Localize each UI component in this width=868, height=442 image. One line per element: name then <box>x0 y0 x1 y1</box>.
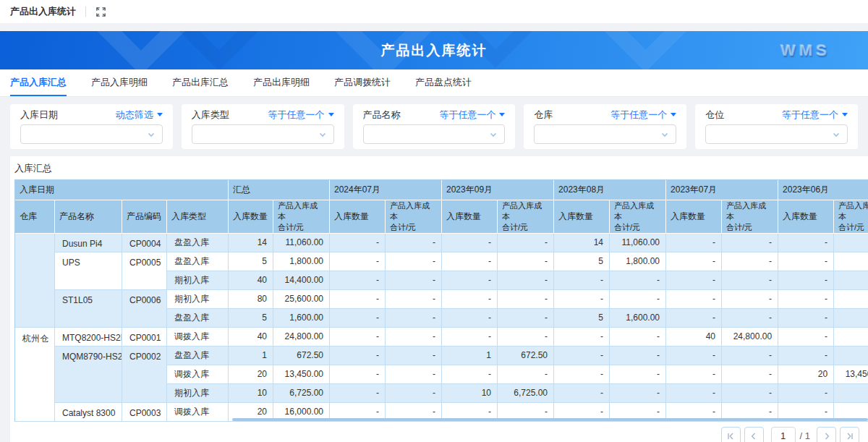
qty-cell: - <box>442 328 498 347</box>
cost-cell: - <box>722 290 778 309</box>
header-month-4: 2023年07月 <box>666 180 778 200</box>
product-code-cell: CP0001 <box>122 328 167 347</box>
cost-cell: - <box>834 290 868 309</box>
cost-cell: 1,800.00 <box>273 252 330 271</box>
header-row-groups: 入库日期汇总2024年07月2023年09月2023年08月2023年07月20… <box>15 180 868 200</box>
cost-cell: 11,060.00 <box>610 234 666 252</box>
cost-cell: - <box>386 234 442 252</box>
product-code-cell: CP0003 <box>122 403 167 422</box>
cost-cell: - <box>722 347 778 365</box>
inbound-type-cell: 盘盈入库 <box>167 252 229 271</box>
tab-outbound-summary[interactable]: 产品出库汇总 <box>172 69 229 96</box>
qty-cell: - <box>442 290 498 309</box>
inbound-date-select[interactable] <box>20 124 163 144</box>
filter-card-inbound-date: 入库日期动态筛选 <box>10 104 173 149</box>
qty-cell: - <box>554 347 610 365</box>
qty-cell: - <box>442 365 498 384</box>
first-page-button[interactable] <box>721 427 741 442</box>
header-cost-3: 产品入库成本合计/元 <box>610 200 666 234</box>
header-qty-3: 入库数量 <box>554 200 610 234</box>
filter-mode-inbound-date[interactable]: 动态筛选 <box>116 109 163 122</box>
tab-stocktake-stats[interactable]: 产品盘点统计 <box>415 69 472 96</box>
fullscreen-icon[interactable] <box>95 7 106 17</box>
cost-cell: 672.50 <box>273 347 330 365</box>
qty-cell: 5 <box>554 252 610 271</box>
qty-cell: - <box>778 290 834 309</box>
cost-cell: - <box>386 252 442 271</box>
tab-inbound-summary[interactable]: 产品入库汇总 <box>10 69 67 96</box>
cost-cell: - <box>498 365 554 384</box>
filter-head-product-name: 产品名称等于任意一个 <box>363 109 506 120</box>
cost-cell: - <box>498 290 554 309</box>
last-page-button[interactable] <box>840 427 859 442</box>
cost-cell: 672.50 <box>498 347 554 365</box>
filter-mode-storage-location[interactable]: 等于任意一个 <box>782 109 848 122</box>
cost-cell: - <box>834 347 868 365</box>
header-cost-1: 产品入库成本合计/元 <box>386 200 442 234</box>
inbound-summary-table-wrap: 入库日期汇总2024年07月2023年09月2023年08月2023年07月20… <box>14 179 868 422</box>
cost-cell: - <box>610 365 666 384</box>
inbound-type-cell: 期初入库 <box>167 271 229 290</box>
product-name-select[interactable] <box>363 124 506 144</box>
filter-label-inbound-type: 入库类型 <box>192 109 229 122</box>
horizontal-scrollbar[interactable] <box>232 418 868 421</box>
banner-title: 产品出入库统计 <box>0 41 868 60</box>
qty-cell: 10 <box>442 384 498 403</box>
header-qty-2: 入库数量 <box>442 200 498 234</box>
filter-mode-inbound-type[interactable]: 等于任意一个 <box>268 109 334 122</box>
chevron-down-icon <box>832 130 841 139</box>
table-row: UPSCP0005盘盈入库51,800.00----51,800.00---- <box>15 252 868 271</box>
qty-cell: - <box>778 234 834 252</box>
next-page-button[interactable] <box>817 427 836 442</box>
qty-cell: 20 <box>229 365 273 384</box>
qty-cell: - <box>554 328 610 347</box>
cost-cell: - <box>386 290 442 309</box>
prev-page-button[interactable] <box>744 427 764 442</box>
cost-cell: - <box>386 365 442 384</box>
filter-head-storage-location: 仓位等于任意一个 <box>705 109 848 120</box>
header-month-2: 2023年09月 <box>442 180 554 200</box>
warehouse-select[interactable] <box>534 124 676 144</box>
filter-label-inbound-date: 入库日期 <box>20 109 58 122</box>
caret-down-icon <box>499 113 505 116</box>
warehouse-cell: 杭州仓 <box>15 328 55 422</box>
banner: 产品出入库统计 WMS <box>0 31 868 69</box>
qty-cell: 40 <box>666 328 722 347</box>
caret-down-icon <box>157 113 163 116</box>
qty-cell: - <box>778 271 834 290</box>
header-col-3: 入库类型 <box>167 200 229 234</box>
table-row: MQM8790-HS2RCP0002盘盈入库1672.50--1672.50--… <box>15 347 868 365</box>
filter-mode-product-name[interactable]: 等于任意一个 <box>439 109 505 122</box>
tab-transfer-stats[interactable]: 产品调拨统计 <box>334 69 391 96</box>
header-month-1: 2024年07月 <box>330 180 442 200</box>
product-name-cell: MQM8790-HS2R <box>55 347 122 403</box>
cost-cell: - <box>834 384 868 403</box>
qty-cell: - <box>330 271 386 290</box>
qty-cell: - <box>330 309 386 328</box>
header-qty-4: 入库数量 <box>666 200 722 234</box>
page-title: 产品出入库统计 <box>10 5 76 18</box>
page-total: / 1 <box>800 430 810 441</box>
table-row: Dusun Pi4CP0004盘盈入库1411,060.00----1411,0… <box>15 234 868 252</box>
qty-cell: - <box>330 347 386 365</box>
caret-down-icon <box>842 113 848 116</box>
divider <box>85 7 86 17</box>
storage-location-select[interactable] <box>705 124 848 144</box>
product-code-cell: CP0002 <box>122 347 167 403</box>
qty-cell: - <box>442 252 498 271</box>
qty-cell: - <box>330 384 386 403</box>
inbound-type-cell: 期初入库 <box>167 290 229 309</box>
cost-cell: - <box>834 234 868 252</box>
cost-cell: - <box>610 347 666 365</box>
tab-outbound-detail[interactable]: 产品出库明细 <box>253 69 310 96</box>
tab-inbound-detail[interactable]: 产品入库明细 <box>91 69 148 96</box>
qty-cell: - <box>330 328 386 347</box>
inbound-type-select[interactable] <box>192 124 334 144</box>
page-input[interactable]: 1 <box>771 427 796 442</box>
inbound-type-cell: 调拨入库 <box>167 365 229 384</box>
filter-mode-warehouse[interactable]: 等于任意一个 <box>610 109 676 122</box>
qty-cell: - <box>330 252 386 271</box>
cost-cell: 1,800.00 <box>610 252 666 271</box>
cost-cell: 14,400.00 <box>273 271 330 290</box>
header-qty-0: 入库数量 <box>229 200 273 234</box>
